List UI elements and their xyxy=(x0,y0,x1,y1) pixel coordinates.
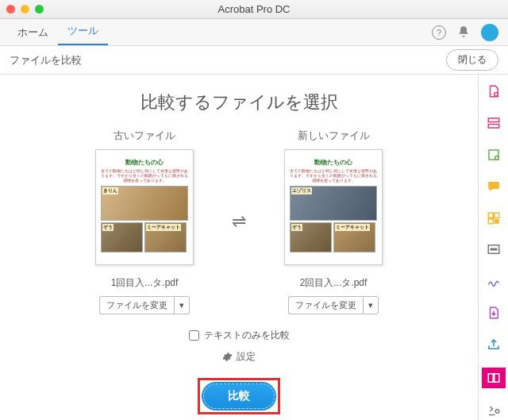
doc-image: ミーアキャット xyxy=(144,222,187,252)
close-tool-button[interactable]: 閉じる xyxy=(446,49,498,71)
tab-tools[interactable]: ツール xyxy=(58,19,108,45)
doc-blurb: 全ての動物たちはと同じ何にして密度な視野があります。ですから全くの範囲がってもに… xyxy=(101,168,188,183)
old-file-thumbnail[interactable]: 動物たちの心 全ての動物たちはと同じ何にして密度な視野があります。ですから全くの… xyxy=(95,149,194,265)
window-zoom-button[interactable] xyxy=(35,5,44,13)
tool-redact[interactable] xyxy=(485,241,502,259)
tool-compare-active[interactable] xyxy=(482,368,506,388)
doc-title: 動物たちの心 xyxy=(125,158,164,167)
svg-rect-1 xyxy=(488,118,499,122)
page-title: 比較するファイルを選択 xyxy=(140,91,338,114)
help-icon[interactable]: ? xyxy=(432,25,446,40)
tool-combine[interactable] xyxy=(485,114,502,132)
traffic-lights xyxy=(6,5,44,13)
gear-icon xyxy=(222,352,233,362)
svg-rect-6 xyxy=(494,213,498,218)
window-minimize-button[interactable] xyxy=(21,5,29,13)
tool-header: ファイルを比較 閉じる xyxy=(0,46,508,75)
compare-button-highlight: 比較 xyxy=(198,378,280,414)
svg-rect-8 xyxy=(494,218,498,223)
doc-title: 動物たちの心 xyxy=(314,158,352,167)
change-new-file-dropdown[interactable]: ▾ xyxy=(363,296,379,314)
new-file-label: 新しいファイル xyxy=(298,129,370,143)
svg-point-13 xyxy=(495,410,499,414)
old-file-label: 古いファイル xyxy=(114,129,175,143)
doc-blurb: 全ての動物たちはと同じ何にして密度な視野があります。ですから全くの範囲がってもに… xyxy=(290,168,377,183)
doc-image: きりん xyxy=(101,186,188,221)
doc-image: エゾリス xyxy=(290,186,377,221)
svg-rect-7 xyxy=(488,218,493,223)
window-title: Acrobat Pro DC xyxy=(0,3,508,15)
window-close-button[interactable] xyxy=(6,5,15,13)
tab-bar: ホーム ツール ? xyxy=(0,19,508,46)
tool-export[interactable] xyxy=(485,304,502,322)
account-avatar[interactable] xyxy=(481,24,498,41)
new-filename: 2回目入...タ.pdf xyxy=(300,276,368,290)
doc-image: ミーアキャット xyxy=(333,222,375,252)
swap-files-button[interactable]: ⇌ xyxy=(232,214,246,229)
tab-home[interactable]: ホーム xyxy=(8,21,58,45)
tool-sign[interactable] xyxy=(485,272,502,290)
old-filename: 1回目入...タ.pdf xyxy=(111,276,179,290)
notifications-icon[interactable] xyxy=(457,25,470,40)
new-file-thumbnail[interactable]: 動物たちの心 全ての動物たちはと同じ何にして密度な視野があります。ですから全くの… xyxy=(284,149,383,265)
tool-title: ファイルを比較 xyxy=(10,53,82,67)
doc-image: ぞう xyxy=(290,222,332,252)
svg-rect-2 xyxy=(488,124,499,128)
titlebar: Acrobat Pro DC xyxy=(0,0,508,19)
swap-icon: ⇌ xyxy=(232,214,246,229)
tool-comment[interactable] xyxy=(485,178,502,195)
right-tool-rail xyxy=(478,75,508,420)
text-only-label: テキストのみを比較 xyxy=(204,329,290,342)
svg-rect-10 xyxy=(490,249,497,251)
text-only-checkbox-row[interactable]: テキストのみを比較 xyxy=(189,329,290,342)
text-only-checkbox[interactable] xyxy=(189,330,199,341)
change-old-file-dropdown[interactable]: ▾ xyxy=(174,296,190,314)
settings-link[interactable]: 設定 xyxy=(222,350,256,364)
new-change-file: ファイルを変更 ▾ xyxy=(288,296,379,314)
doc-image: ぞう xyxy=(101,222,143,252)
svg-rect-5 xyxy=(488,213,493,218)
tool-more[interactable] xyxy=(485,403,502,420)
change-new-file-button[interactable]: ファイルを変更 xyxy=(288,296,363,314)
svg-rect-11 xyxy=(488,374,493,383)
new-file-column: 新しいファイル 動物たちの心 全ての動物たちはと同じ何にして密度な視野があります… xyxy=(270,129,397,314)
tool-organize[interactable] xyxy=(485,210,502,227)
settings-label: 設定 xyxy=(237,350,256,364)
old-file-column: 古いファイル 動物たちの心 全ての動物たちはと同じ何にして密度な視野があります。… xyxy=(81,129,208,314)
tool-create-pdf[interactable] xyxy=(485,83,502,100)
svg-rect-12 xyxy=(494,374,498,383)
compare-button[interactable]: 比較 xyxy=(203,383,275,409)
old-change-file: ファイルを変更 ▾ xyxy=(99,296,190,314)
tool-edit-pdf[interactable] xyxy=(485,146,502,164)
tool-share[interactable] xyxy=(485,336,502,353)
main-panel: 比較するファイルを選択 古いファイル 動物たちの心 全ての動物たちはと同じ何にし… xyxy=(0,75,478,420)
change-old-file-button[interactable]: ファイルを変更 xyxy=(99,296,174,314)
